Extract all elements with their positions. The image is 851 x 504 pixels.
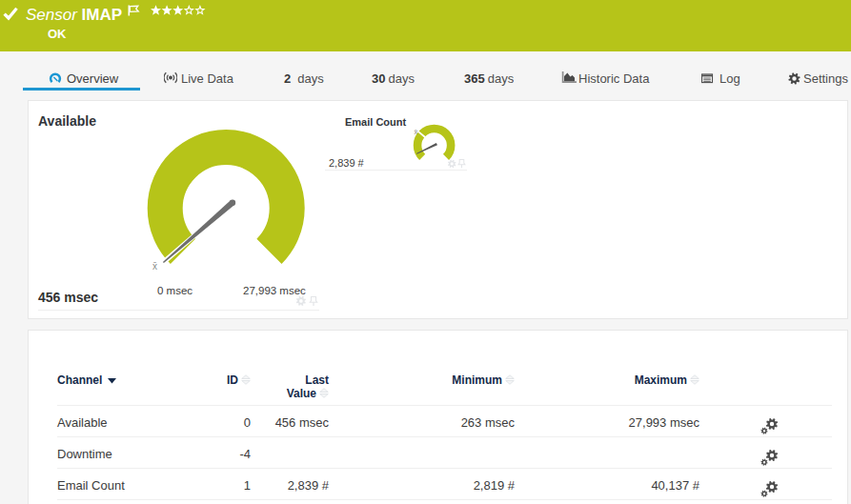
svg-text:x̄: x̄	[152, 261, 157, 272]
svg-text:x̄: x̄	[415, 128, 418, 136]
